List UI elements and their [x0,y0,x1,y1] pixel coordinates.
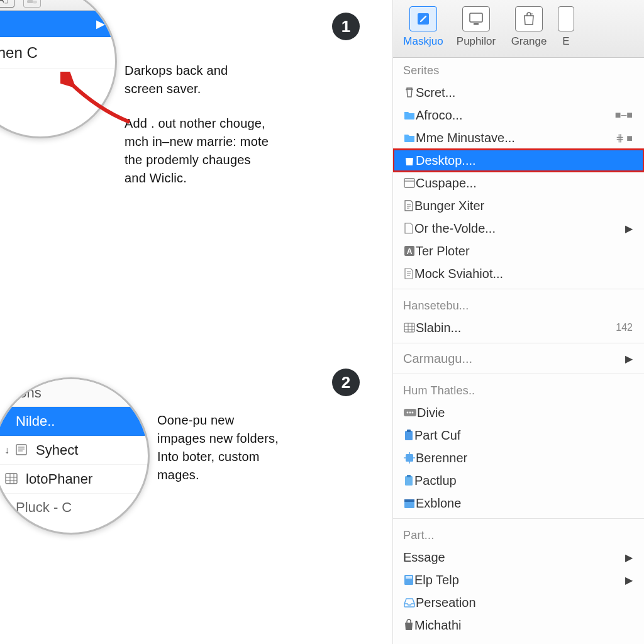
item-scret[interactable]: Scret... [393,81,644,104]
lens1-row-binnen-label: Binnen C [0,44,38,62]
svg-rect-4 [16,445,26,455]
item-perseation[interactable]: Perseation [393,591,644,614]
item-michathi-label: Michathi [414,618,633,633]
item-afroco-label: Afroco... [416,108,615,123]
item-partcuf[interactable]: Part Cuf [393,424,644,447]
folder-icon [403,109,416,121]
group-hansetebu-label: Hansetebu... [393,293,644,316]
grid-icon [4,472,19,486]
item-essage[interactable]: Essage ▶ [393,546,644,569]
item-elptelp-label: Elp Telp [414,573,621,587]
chevron-right-icon: ▶ [625,552,633,564]
bag-lock-icon [403,154,416,167]
item-slabin-meta: 142 [616,322,633,333]
inbox-icon [403,597,416,608]
svg-rect-5 [6,474,17,484]
item-slabin-label: Slabin... [416,321,616,335]
chip-icon [403,452,416,464]
step-badge-2: 2 [332,369,360,396]
tab-puphilor-label: Puphilor [451,35,501,48]
panel-toolbar: Maskjuo Puphilor Grange E [393,0,644,58]
item-bunger[interactable]: Bunger Xiter [393,194,644,217]
divider [393,343,644,343]
tab-grange[interactable]: Grange [504,6,554,48]
svg-point-16 [412,412,414,414]
lens1-row-binnen[interactable]: Binnen C [0,37,115,69]
letter-a-icon: A [403,245,416,257]
lens2-header-label: ations [4,385,42,401]
doc-icon [14,443,30,457]
item-berenner[interactable]: Berenner [393,447,644,469]
tab-puphilor[interactable]: Puphilor [451,6,501,48]
item-berenner-label: Berenner [416,451,633,465]
item-cuspape-label: Cuspape... [416,176,633,191]
folder-icon [403,132,416,143]
svg-point-14 [407,412,409,414]
svg-rect-20 [405,476,413,486]
item-scret-label: Scret... [416,86,633,100]
page-lines-icon [403,267,414,280]
svg-rect-18 [407,430,411,432]
chevron-right-icon: ▶ [96,17,105,31]
tab-overflow[interactable]: E [557,6,575,48]
item-elptelp[interactable]: Elp Telp ▶ [393,569,644,591]
magnifier-1: A」 Pdil ▶ Binnen C el [0,0,117,138]
svg-rect-23 [404,499,414,502]
sidebar-panel: Maskjuo Puphilor Grange E Serites Scret.… [392,0,644,644]
svg-rect-12 [404,323,414,332]
svg-rect-25 [406,576,412,579]
item-cuspape[interactable]: Cuspape... [393,172,644,194]
ellipsis-box-icon [403,408,417,418]
panel-scroll[interactable]: Serites Scret... Afroco... ■–■ Mme Minus… [393,58,644,644]
item-mock[interactable]: Mock Sviahiot... [393,262,644,285]
lens1-row-pdil[interactable]: Pdil ▶ [0,11,115,37]
tab-overflow-label: E [557,35,575,48]
item-essage-label: Essage [403,550,621,565]
svg-text:A: A [407,247,413,256]
step-badge-1: 1 [332,13,360,40]
lens2-row-nilde[interactable]: Nilde.. [0,407,148,436]
item-exblone[interactable]: Exblone [393,492,644,514]
lens2-row-pluck[interactable]: Pluck - C [0,494,148,521]
lens2-row-lotophaner[interactable]: lotoPhaner [0,465,148,494]
item-mme-label: Mme Minustave... [416,131,616,145]
table-icon [403,322,416,333]
lens2-row-syhect[interactable]: ↓ Syhect [0,436,148,465]
item-mock-label: Mock Sviahiot... [414,267,633,281]
group-serites-label: Serites [393,58,644,81]
lens1-row-el[interactable]: el [0,69,115,95]
item-michathi[interactable]: Michathi [393,614,644,636]
item-slabin[interactable]: Slabin... 142 [393,316,644,339]
calendar-icon [403,497,416,509]
item-orthe[interactable]: Or the-Volde... ▶ [393,217,644,240]
item-divie[interactable]: Divie [393,401,644,424]
svg-rect-21 [407,475,411,477]
divider [393,289,644,289]
people-icon [23,0,41,8]
chevron-right-icon: ▶ [625,574,633,586]
item-desktop-label: Desktop.... [416,153,633,168]
svg-rect-17 [405,431,413,440]
item-desktop[interactable]: Desktop.... [393,149,644,172]
item-terploter[interactable]: A Ter Ploter [393,240,644,262]
calculator-icon [403,574,414,586]
lens2-row-lotophaner-label: lotoPhaner [26,471,92,487]
caption-1b: Add . out nother chouge, mch in–new marr… [125,114,269,187]
item-mme[interactable]: Mme Minustave... ⋕ ■ [393,126,644,149]
item-pactlup[interactable]: Pactlup [393,469,644,492]
bag-icon [403,619,414,631]
tab-maskjuo[interactable]: Maskjuo [398,6,448,48]
lens2-row-pluck-label: Pluck - C [16,499,72,516]
item-bunger-label: Bunger Xiter [414,199,633,213]
trash-icon [403,86,416,99]
group-carmaugu[interactable]: Carmaugu... ▶ [393,347,644,370]
item-afroco-meta: ■–■ [615,109,633,121]
item-afroco[interactable]: Afroco... ■–■ [393,104,644,126]
svg-point-15 [409,412,411,414]
shopping-bag-sparkle-icon [515,6,543,31]
caption-2: Oone-pu new impages new folders, Into bo… [157,411,283,484]
divider [393,374,644,374]
chevron-right-icon: ▶ [625,223,633,235]
window-icon [403,177,416,189]
item-mme-meta: ⋕ ■ [616,132,633,144]
